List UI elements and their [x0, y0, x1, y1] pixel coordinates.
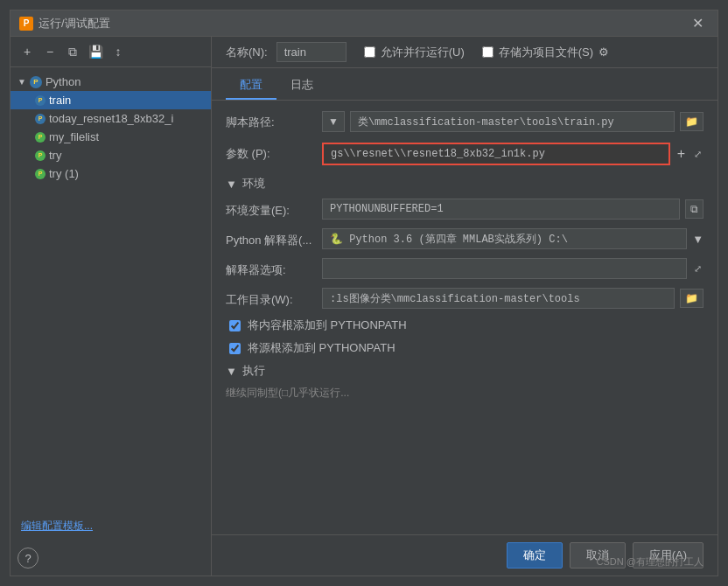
tab-log[interactable]: 日志	[276, 72, 327, 100]
script-path-row: 脚本路径: ▼ 📁	[226, 111, 704, 132]
working-dir-value-group: 📁	[322, 288, 704, 309]
dialog-body: + − ⧉ 💾 ↕ ▼ P Python P train	[10, 37, 718, 576]
script-type-arrow: ▼	[326, 112, 340, 131]
add-source-root-label: 将源根添加到 PYTHONPATH	[248, 340, 396, 356]
interpreter-input[interactable]	[322, 228, 687, 249]
tree-item-label: try (1)	[49, 167, 79, 180]
save-project-checkbox-row: 存储为项目文件(S) ⚙	[482, 45, 609, 60]
params-label: 参数 (P):	[226, 143, 313, 162]
tree-item-label: try	[49, 149, 61, 162]
name-input[interactable]	[276, 42, 346, 62]
add-source-root-checkbox[interactable]	[229, 343, 241, 354]
params-input[interactable]	[322, 143, 670, 165]
interpreter-value-group: ▼	[322, 228, 704, 249]
tab-config[interactable]: 配置	[226, 72, 276, 100]
run-debug-dialog: P 运行/调试配置 ✕ + − ⧉ 💾 ↕ ▼ P Python	[10, 10, 718, 576]
exec-collapse-icon: ▼	[226, 365, 237, 378]
right-panel: 名称(N): 允许并行运行(U) 存储为项目文件(S) ⚙ 配置 日志	[212, 37, 718, 576]
working-dir-input[interactable]	[322, 288, 675, 309]
tree-item-label: my_filelist	[49, 130, 99, 143]
tree-item-label: train	[49, 94, 71, 107]
title-bar: P 运行/调试配置 ✕	[10, 10, 718, 37]
python-group-icon: P	[30, 76, 42, 88]
interpreter-options-label: 解释器选项:	[226, 259, 313, 278]
train-icon: P	[35, 95, 46, 106]
params-plus-button[interactable]: +	[676, 146, 687, 162]
env-var-value-group: ⧉	[322, 199, 704, 220]
help-button[interactable]: ?	[18, 548, 38, 569]
tree-item-label: today_resnet18_8xb32_i	[49, 112, 173, 125]
python-group-label: Python	[46, 75, 80, 88]
expand-icon: ▼	[18, 77, 26, 87]
interpreter-dropdown-arrow[interactable]: ▼	[692, 233, 704, 246]
script-path-folder-button[interactable]: 📁	[680, 112, 704, 131]
pythonpath-content-row: 将内容根添加到 PYTHONPATH	[226, 317, 704, 333]
save-config-button[interactable]: 💾	[86, 42, 105, 61]
env-section-label: 环境	[242, 176, 265, 192]
dialog-title: 运行/调试配置	[38, 16, 110, 31]
interpreter-options-value-group: ⤢	[322, 258, 704, 279]
watermark: CSDN @有理想的打工人	[597, 555, 704, 569]
config-content: 脚本路径: ▼ 📁 参数 (P): + ⤢	[212, 101, 718, 534]
name-field-row: 名称(N):	[226, 42, 346, 62]
parallel-label: 允许并行运行(U)	[381, 45, 465, 60]
interpreter-row: Python 解释器(... ▼	[226, 228, 704, 249]
interpreter-options-input[interactable]	[322, 258, 687, 279]
working-dir-label: 工作目录(W):	[226, 289, 313, 308]
env-var-copy-button[interactable]: ⧉	[685, 199, 704, 219]
exec-sub-label: 继续同制型(□几乎状运行...	[226, 386, 349, 401]
edit-template-link[interactable]: 编辑配置模板...	[10, 512, 211, 541]
interpreter-label: Python 解释器(...	[226, 229, 313, 248]
close-button[interactable]: ✕	[687, 13, 709, 33]
remove-config-button[interactable]: −	[40, 42, 60, 61]
left-panel: + − ⧉ 💾 ↕ ▼ P Python P train	[10, 37, 212, 576]
sort-config-button[interactable]: ↕	[108, 42, 128, 61]
parallel-checkbox-row: 允许并行运行(U)	[364, 45, 465, 60]
name-label: 名称(N):	[226, 45, 268, 60]
my-filelist-icon: P	[35, 132, 46, 143]
try1-icon: P	[35, 169, 46, 179]
save-project-label: 存储为项目文件(S)	[499, 45, 593, 60]
save-project-checkbox[interactable]	[482, 46, 494, 58]
working-dir-folder-button[interactable]: 📁	[680, 289, 704, 308]
right-header: 名称(N): 允许并行运行(U) 存储为项目文件(S) ⚙	[212, 37, 718, 68]
exec-section-header[interactable]: ▼ 执行	[226, 363, 704, 379]
params-expand-button[interactable]: ⤢	[692, 149, 704, 160]
script-path-input[interactable]	[350, 111, 675, 132]
copy-config-button[interactable]: ⧉	[63, 42, 82, 61]
config-tree: ▼ P Python P train P today_resnet18_8xb3…	[10, 67, 211, 512]
script-path-label: 脚本路径:	[226, 111, 313, 130]
python-group: ▼ P Python P train P today_resnet18_8xb3…	[10, 71, 211, 185]
settings-icon[interactable]: ⚙	[598, 45, 609, 59]
add-config-button[interactable]: +	[18, 42, 37, 61]
env-var-input[interactable]	[322, 199, 680, 220]
tree-item-today-resnet[interactable]: P today_resnet18_8xb32_i	[10, 109, 211, 128]
interpreter-options-expand-button[interactable]: ⤢	[692, 263, 704, 275]
params-value-group: + ⤢	[322, 143, 704, 165]
today-resnet-icon: P	[35, 114, 46, 124]
add-content-root-label: 将内容根添加到 PYTHONPATH	[248, 317, 407, 333]
python-group-header[interactable]: ▼ P Python	[10, 73, 211, 91]
pythonpath-source-row: 将源根添加到 PYTHONPATH	[226, 340, 704, 356]
interpreter-options-row: 解释器选项: ⤢	[226, 258, 704, 279]
app-icon: P	[19, 17, 33, 31]
parallel-checkbox[interactable]	[364, 46, 375, 58]
params-row: 参数 (P): + ⤢	[226, 143, 704, 165]
tree-item-my-filelist[interactable]: P my_filelist	[10, 128, 211, 146]
env-var-label: 环境变量(E):	[226, 199, 313, 219]
working-dir-row: 工作目录(W): 📁	[226, 288, 704, 309]
tab-bar: 配置 日志	[212, 72, 718, 101]
exec-sub-row: 继续同制型(□几乎状运行...	[226, 386, 704, 401]
script-type-dropdown[interactable]: ▼	[322, 111, 345, 132]
tree-item-train[interactable]: P train	[10, 91, 211, 109]
add-content-root-checkbox[interactable]	[229, 320, 241, 331]
ok-button[interactable]: 确定	[507, 542, 563, 569]
script-path-value-group: ▼ 📁	[322, 111, 704, 132]
env-var-row: 环境变量(E): ⧉	[226, 199, 704, 220]
tree-item-try1[interactable]: P try (1)	[10, 164, 211, 183]
tree-item-try[interactable]: P try	[10, 146, 211, 164]
left-toolbar: + − ⧉ 💾 ↕	[10, 37, 211, 67]
env-collapse-icon: ▼	[226, 178, 237, 191]
env-section-header[interactable]: ▼ 环境	[226, 176, 704, 192]
exec-section-label: 执行	[242, 363, 265, 379]
